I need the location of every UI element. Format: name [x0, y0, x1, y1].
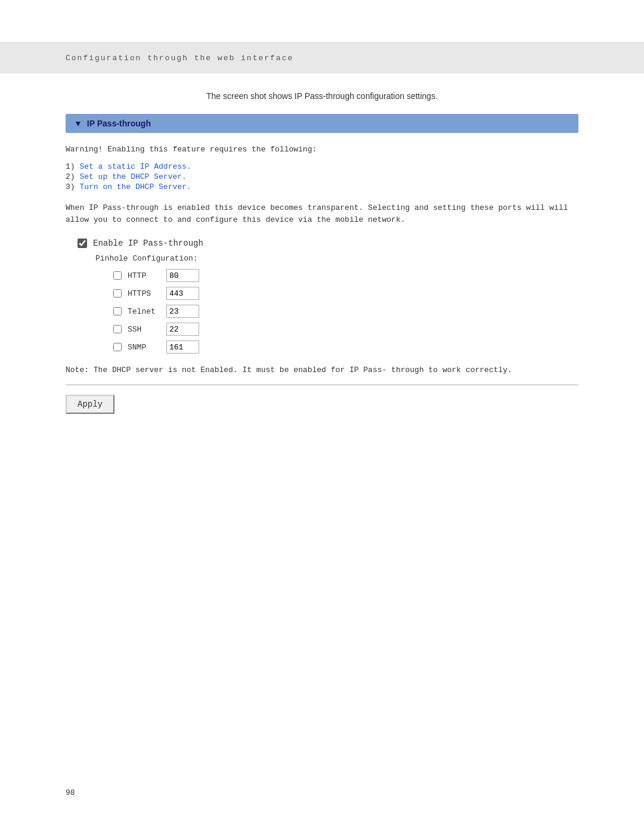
pinhole-row: SNMP	[113, 340, 578, 354]
note-text: Note: The DHCP server is not Enabled. It…	[66, 364, 578, 376]
link-1[interactable]: Set a static IP Address.	[79, 162, 191, 171]
link-2[interactable]: Set up the DHCP Server.	[79, 172, 186, 181]
divider	[66, 385, 578, 385]
pinhole-telnet-label: Telnet	[128, 307, 166, 316]
pinhole-snmp-input[interactable]	[166, 340, 199, 354]
link-3-prefix: 3)	[66, 182, 79, 191]
pinhole-row: SSH	[113, 323, 578, 336]
section-arrow-icon: ▼	[74, 119, 82, 128]
section-title: IP Pass-through	[87, 119, 151, 128]
pinhole-ssh-label: SSH	[128, 325, 166, 334]
pinhole-snmp-label: SNMP	[128, 343, 166, 352]
link-3[interactable]: Turn on the DHCP Server.	[79, 182, 191, 191]
pinhole-snmp-checkbox[interactable]	[113, 343, 122, 351]
page-number: 98	[66, 788, 75, 797]
intro-text: The screen shot shows IP Pass-through co…	[66, 91, 578, 101]
pinhole-telnet-input[interactable]	[166, 305, 199, 318]
link-1-prefix: 1)	[66, 162, 79, 171]
pinhole-label: Pinhole Configuration:	[95, 254, 578, 263]
pinhole-https-label: HTTPS	[128, 289, 166, 298]
enable-ip-passthrough-checkbox[interactable]	[78, 239, 87, 248]
description-text: When IP Pass-through is enabled this dev…	[66, 202, 578, 225]
link-item-1: 1) Set a static IP Address.	[66, 162, 578, 171]
links-list: 1) Set a static IP Address. 2) Set up th…	[66, 162, 578, 191]
pinhole-https-checkbox[interactable]	[113, 289, 122, 298]
pinhole-ssh-input[interactable]	[166, 323, 199, 336]
pinhole-ssh-checkbox[interactable]	[113, 325, 122, 333]
pinhole-http-label: HTTP	[128, 271, 166, 280]
pinhole-https-input[interactable]	[166, 287, 199, 300]
link-item-2: 2) Set up the DHCP Server.	[66, 172, 578, 181]
apply-button[interactable]: Apply	[66, 395, 114, 414]
enable-row: Enable IP Pass-through	[78, 239, 578, 248]
main-content: The screen shot shows IP Pass-through co…	[0, 91, 644, 414]
pinhole-row: HTTPS	[113, 287, 578, 300]
pinhole-http-input[interactable]	[166, 269, 199, 282]
pinhole-http-checkbox[interactable]	[113, 271, 122, 280]
pinhole-row: Telnet	[113, 305, 578, 318]
link-2-prefix: 2)	[66, 172, 79, 181]
header-bar: Configuration through the web interface	[0, 42, 644, 73]
pinhole-table: HTTPHTTPSTelnetSSHSNMP	[113, 269, 578, 354]
header-bar-text: Configuration through the web interface	[66, 54, 293, 63]
link-item-3: 3) Turn on the DHCP Server.	[66, 182, 578, 191]
section-header: ▼ IP Pass-through	[66, 114, 578, 133]
pinhole-telnet-checkbox[interactable]	[113, 307, 122, 315]
enable-ip-passthrough-label: Enable IP Pass-through	[93, 239, 203, 248]
warning-text: Warning! Enabling this feature requires …	[66, 145, 578, 154]
pinhole-row: HTTP	[113, 269, 578, 282]
